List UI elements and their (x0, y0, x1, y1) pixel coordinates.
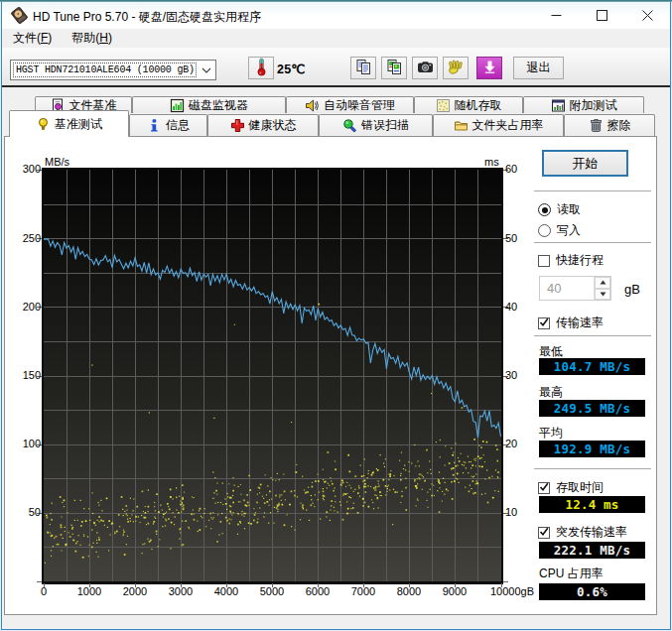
tab-random-access[interactable]: 随机存取 (414, 96, 523, 113)
tab-label: 错误扫描 (361, 117, 409, 134)
separator (534, 242, 651, 243)
shortstroke-unit: gB (624, 282, 640, 297)
transfer-rate-checkbox[interactable] (538, 317, 550, 329)
access-time-value-display: 12.4 ms (539, 496, 645, 513)
aam-speaker-icon (305, 98, 320, 113)
hd-tune-pro-window: {"window":{"title":"HD Tune Pro 5.70 - 硬… (0, 0, 672, 631)
start-button[interactable]: 开始 (542, 150, 628, 177)
minimize-button[interactable] (533, 2, 579, 29)
drive-selector[interactable]: HGST HDN721010ALE604 (10000 gB) (10, 60, 216, 80)
burst-rate-label: 突发传输速率 (556, 524, 627, 541)
maximize-button[interactable] (579, 2, 624, 29)
exit-button[interactable]: 退出 (513, 57, 564, 79)
average-label: 平均 (539, 425, 563, 442)
folder-usage-icon (454, 118, 469, 133)
transfer-rate-row[interactable]: 传输速率 (538, 315, 604, 331)
access-time-label: 存取时间 (556, 479, 604, 496)
read-radio[interactable] (538, 203, 551, 216)
chevron-down-icon (198, 67, 215, 73)
copy-image-button[interactable] (381, 57, 407, 79)
tab-benchmark-bulb[interactable]: 基准测试 (9, 110, 129, 137)
spin-down-button[interactable] (595, 289, 610, 301)
minimum-value-display: 104.7 MB/s (539, 358, 645, 375)
app-hdd-icon (11, 7, 28, 24)
burst-rate-value-display: 222.1 MB/s (539, 542, 645, 559)
y-left-tick-label: 250 (4, 232, 41, 244)
separator (534, 335, 651, 336)
menu-help-text: ) (108, 31, 112, 45)
erase-trash-icon (589, 118, 604, 133)
tab-error-scan[interactable]: 错误扫描 (319, 114, 433, 136)
down-arrow-icon (482, 60, 497, 77)
read-radio-row[interactable]: 读取 (538, 201, 581, 218)
y-left-tick-label: 50 (4, 506, 41, 518)
y-right-tick-label: 30 (505, 369, 535, 381)
tab-label: 磁盘监视器 (189, 97, 248, 114)
save-results-button[interactable] (476, 57, 502, 79)
shortstroke-checkbox[interactable] (538, 255, 550, 267)
tab-strip: 文件基准 磁盘监视器 自动噪音管理 随机存取 附加测试 基准测试 信息 健康状态… (2, 87, 670, 136)
tab-health-cross[interactable]: 健康状态 (207, 114, 319, 136)
separator (534, 190, 651, 191)
write-radio-row[interactable]: 写入 (538, 222, 581, 239)
tab-label: 自动噪音管理 (324, 97, 395, 114)
error-scan-icon (342, 118, 357, 133)
thermometer-icon (255, 58, 268, 79)
y-left-axis-unit: MB/s (45, 156, 69, 168)
info-icon (147, 118, 162, 133)
window-top-edge (0, 0, 672, 2)
screenshot-button[interactable] (412, 57, 438, 79)
shortstroke-label: 快捷行程 (556, 252, 604, 269)
tab-label: 文件夹占用率 (472, 117, 544, 134)
exit-label: 退出 (527, 60, 551, 76)
random-access-icon (436, 98, 451, 113)
burst-rate-checkbox[interactable] (538, 527, 550, 539)
toolbar: HGST HDN721010ALE604 (10000 gB) 25℃ 退出 (2, 48, 670, 87)
y-right-tick-label: 50 (505, 232, 535, 244)
access-time-checkbox[interactable] (538, 482, 550, 494)
access-time-row[interactable]: 存取时间 (538, 479, 604, 496)
titlebar: HD Tune Pro 5.70 - 硬盘/固态硬盘实用程序 (2, 2, 670, 29)
tab-extra-tests[interactable]: 附加测试 (523, 96, 644, 113)
check-icon (539, 316, 549, 330)
tab-info[interactable]: 信息 (129, 114, 207, 136)
tab-label: 擦除 (607, 117, 631, 134)
temperature-value: 25℃ (277, 62, 306, 76)
tab-erase-trash[interactable]: 擦除 (564, 114, 655, 136)
drive-selector-value: HGST HDN721010ALE604 (10000 gB) (14, 63, 196, 76)
tab-disk-monitor[interactable]: 磁盘监视器 (132, 96, 286, 113)
shortstroke-size-input[interactable]: 40 (539, 276, 611, 301)
benchmark-chart (36, 168, 509, 590)
y-right-axis-unit: ms (484, 156, 499, 168)
disk-monitor-icon (170, 98, 185, 113)
x-tick-label: 10000gB (482, 585, 542, 597)
write-radio[interactable] (538, 224, 551, 237)
menu-help[interactable]: 帮助(H) (63, 28, 121, 49)
camera-icon (417, 59, 434, 78)
write-label: 写入 (557, 222, 581, 239)
benchmark-bulb-icon (36, 117, 51, 132)
donate-button[interactable] (443, 57, 469, 79)
menu-file-text: ) (48, 31, 52, 45)
shortstroke-size-value: 40 (540, 277, 594, 300)
tab-label: 附加测试 (570, 97, 617, 114)
cpu-usage-value-display: 0.6% (539, 583, 645, 600)
temperature-button[interactable] (248, 57, 274, 79)
read-label: 读取 (557, 201, 581, 218)
check-icon (539, 526, 549, 540)
tab-label: 信息 (166, 117, 190, 134)
y-left-tick-label: 100 (4, 438, 41, 449)
menu-file-text: 文件( (13, 31, 41, 45)
shortstroke-row[interactable]: 快捷行程 (538, 252, 604, 269)
copy-text-button[interactable] (350, 57, 376, 79)
transfer-rate-label: 传输速率 (556, 315, 604, 331)
health-cross-icon (230, 118, 245, 133)
burst-rate-row[interactable]: 突发传输速率 (538, 524, 627, 541)
tab-folder-usage[interactable]: 文件夹占用率 (433, 114, 564, 136)
close-button[interactable] (624, 2, 670, 29)
tab-aam-speaker[interactable]: 自动噪音管理 (286, 96, 414, 113)
y-left-tick-label: 150 (4, 369, 41, 381)
spin-up-button[interactable] (595, 277, 610, 289)
menu-file[interactable]: 文件(F) (4, 28, 61, 49)
maximum-value-display: 249.5 MB/s (539, 400, 645, 417)
